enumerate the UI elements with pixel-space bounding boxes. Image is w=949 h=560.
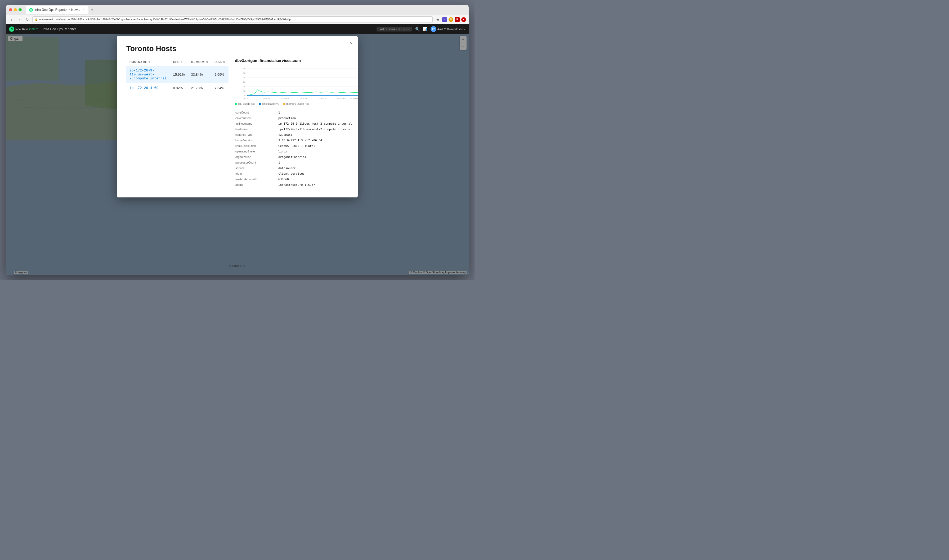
- cpu-cell: 0.82%: [170, 83, 188, 93]
- cpu-sort-icon: ⇅: [180, 61, 183, 63]
- extensions-icon[interactable]: N: [442, 17, 447, 22]
- prop-value: linux: [278, 149, 358, 154]
- modal-title: Toronto Hosts: [126, 45, 348, 53]
- property-row: coreCount 1: [236, 110, 358, 115]
- svg-text:15: 15: [243, 86, 245, 88]
- modal-layout: HOSTNAME ⇅ CPU ⇅: [126, 58, 348, 188]
- modal-close-button[interactable]: ×: [348, 40, 354, 46]
- nr-logo: N New Relic ONE™: [9, 26, 39, 32]
- main-content: Origa... + − © Mapbox © OpenStreetMap Im…: [6, 34, 469, 275]
- disk-cell: 2.69%: [211, 66, 228, 83]
- prop-key: processorCount: [236, 160, 278, 165]
- extension-icon-2[interactable]: R: [455, 17, 460, 22]
- nr-one-label: ONE™: [29, 28, 39, 31]
- app-name-label: Infra Geo Ops Reporter: [43, 27, 76, 31]
- tab-title: Infra Geo Ops Reporter < New...: [34, 8, 80, 12]
- memory-legend-label: memory usage (%): [287, 102, 309, 105]
- hostname-col-label: HOSTNAME: [129, 60, 147, 63]
- modal-dialog: × Toronto Hosts HOSTNAME: [117, 36, 358, 197]
- prop-key: coreCount: [236, 110, 278, 115]
- property-row: kernelVersion 3.10.0-957.1.3.el7.x86_64: [236, 138, 358, 143]
- property-row: linuxDistribution CentOS Linux 7 (Core): [236, 143, 358, 148]
- time-label: Last 30 mins: [379, 28, 395, 31]
- modal-overlay: × Toronto Hosts HOSTNAME: [6, 34, 469, 275]
- property-row: agent Infrastructure 1.5.37: [236, 182, 358, 188]
- keyboard-shortcut-hint: ctrl + space: [396, 28, 410, 31]
- new-tab-button[interactable]: +: [89, 7, 96, 13]
- bookmark-icon[interactable]: ★: [435, 17, 441, 23]
- extension-icon-3[interactable]: ●: [461, 17, 466, 22]
- chart-icon[interactable]: 📊: [423, 27, 427, 31]
- disk-cell: 7.54%: [211, 83, 228, 93]
- disk-legend-label: disk usage (%): [262, 102, 279, 105]
- cpu-legend-dot: [235, 103, 237, 105]
- property-row: processorCount 1: [236, 160, 358, 165]
- chart-container: 35 30 25 20 15 10 5 0 M 10:50 AM: [235, 66, 358, 100]
- col-header-memory[interactable]: MEMORY ⇅: [188, 58, 211, 66]
- profile-icon[interactable]: B: [448, 17, 453, 22]
- prop-key: instanceType: [236, 132, 278, 137]
- chart-svg: 35 30 25 20 15 10 5 0 M 10:50 AM: [235, 66, 358, 100]
- table-row[interactable]: ip-172-26-4-69 0.82% 21.78% 7.54%: [126, 83, 228, 93]
- svg-text:10:50 AM: 10:50 AM: [263, 98, 271, 100]
- col-header-disk[interactable]: DISK ⇅: [211, 58, 228, 66]
- prop-value: 3.10.0-957.1.3.el7.x86_64: [278, 138, 358, 143]
- table-row[interactable]: ip-172-26-9-110.us-west-2.compute.intern…: [126, 66, 228, 83]
- nr-logo-text: New Relic ONE™: [15, 28, 39, 31]
- browser-toolbar: ‹ › ↻ 🔒 one.newrelic.com/launcher/f594b9…: [6, 15, 469, 25]
- refresh-button[interactable]: ↻: [25, 17, 30, 23]
- search-icon[interactable]: 🔍: [415, 27, 420, 31]
- tab-close-button[interactable]: ×: [82, 8, 85, 12]
- prop-key: linuxDistribution: [236, 143, 278, 148]
- svg-text:11:00 AM: 11:00 AM: [281, 98, 289, 100]
- svg-text:25: 25: [243, 77, 245, 79]
- prop-value: 630060: [278, 177, 358, 182]
- property-row: hostname ip-172-26-9-110.us-west-2.compu…: [236, 127, 358, 132]
- prop-key: kernelVersion: [236, 138, 278, 143]
- minimize-window-button[interactable]: [14, 8, 17, 11]
- col-header-cpu[interactable]: CPU ⇅: [170, 58, 188, 66]
- disk-sort-icon: ⇅: [223, 61, 225, 63]
- legend-cpu: cpu usage (%): [235, 102, 255, 105]
- user-menu[interactable]: AY Amit Yathirajadasan ▾: [431, 26, 465, 32]
- memory-cell: 21.78%: [188, 83, 211, 93]
- hostname-cell: ip-172-26-4-69: [126, 83, 170, 93]
- memory-cell: 33.84%: [188, 66, 211, 83]
- prop-key: environment: [236, 115, 278, 121]
- prop-value: 1: [278, 110, 358, 115]
- property-row: operatingSystem linux: [236, 149, 358, 154]
- prop-key: service: [236, 166, 278, 171]
- hostname-sort-icon: ⇅: [148, 61, 151, 63]
- app-bar: N New Relic ONE™ Infra Geo Ops Reporter …: [6, 25, 469, 34]
- col-header-hostname[interactable]: HOSTNAME ⇅: [126, 58, 170, 66]
- back-button[interactable]: ‹: [8, 17, 14, 23]
- svg-text:10: 10: [243, 90, 245, 92]
- prop-key: organization: [236, 155, 278, 160]
- cpu-legend-label: cpu usage (%): [238, 102, 255, 105]
- browser-titlebar: N Infra Geo Ops Reporter < New... × +: [6, 5, 469, 15]
- toolbar-icons: ★ N B R ●: [435, 17, 466, 23]
- property-row: instanceType t2.small: [236, 132, 358, 137]
- svg-text:11:20 AM: 11:20 AM: [318, 98, 326, 100]
- prop-key: agent: [236, 182, 278, 188]
- time-selector[interactable]: Last 30 mins ctrl + space: [376, 27, 412, 31]
- cpu-col-label: CPU: [173, 60, 180, 63]
- property-row: service datasource: [236, 166, 358, 171]
- svg-text:35: 35: [243, 68, 245, 70]
- close-window-button[interactable]: [9, 8, 12, 11]
- legend-disk: disk usage (%): [259, 102, 279, 105]
- prop-value: datasource: [278, 166, 358, 171]
- active-tab[interactable]: N Infra Geo Ops Reporter < New... ×: [26, 6, 88, 14]
- app-bar-right: Last 30 mins ctrl + space 🔍 📊 AY Amit Ya…: [376, 26, 465, 32]
- maximize-window-button[interactable]: [18, 8, 22, 11]
- forward-button[interactable]: ›: [16, 17, 22, 23]
- browser-window: N Infra Geo Ops Reporter < New... × + ‹ …: [6, 5, 469, 275]
- user-menu-chevron: ▾: [464, 28, 465, 31]
- memory-legend-dot: [283, 103, 285, 105]
- svg-text:20: 20: [243, 81, 245, 83]
- properties-table: coreCount 1 environment production fullH…: [235, 109, 358, 188]
- address-bar[interactable]: 🔒 one.newrelic.com/launcher/f594b922-cca…: [32, 16, 433, 23]
- detail-section: dbv3.origamifinancialservices.com: [235, 58, 358, 188]
- prop-value: production: [278, 115, 358, 121]
- prop-value: 1: [278, 160, 358, 165]
